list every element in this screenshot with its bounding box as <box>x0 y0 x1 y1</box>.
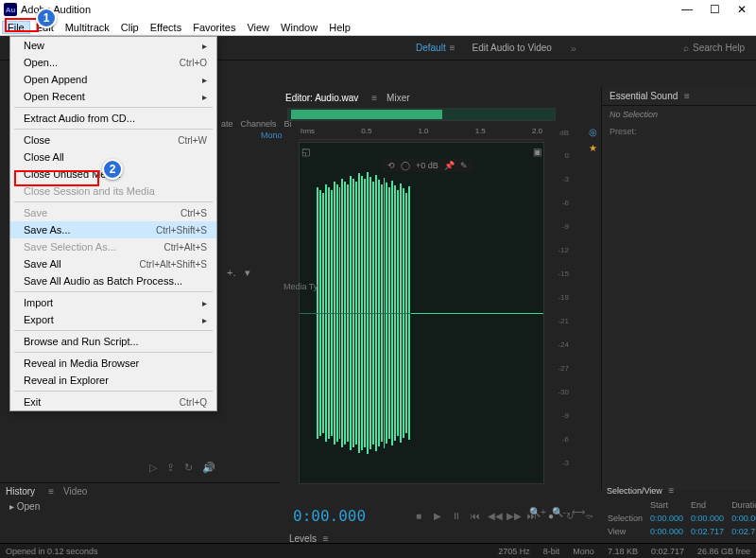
pin-icon[interactable]: 📌 <box>444 161 455 170</box>
snapshot-icon[interactable]: ▣ <box>533 147 541 157</box>
rate-label: ate <box>221 119 233 129</box>
menu-effects[interactable]: Effects <box>145 21 187 34</box>
status-left: Opened in 0.12 seconds <box>6 547 98 556</box>
workspace-default[interactable]: Default <box>416 43 446 53</box>
menu-item-extract-audio-from-cd[interactable]: Extract Audio from CD... <box>10 110 216 127</box>
menu-item-import[interactable]: Import▸ <box>10 294 216 311</box>
menu-help[interactable]: Help <box>323 21 356 34</box>
export-icon[interactable]: ⇪ <box>166 462 175 474</box>
view-end[interactable]: 0:02.717 <box>688 526 727 537</box>
sel-dur[interactable]: 0:00.000 <box>729 513 756 524</box>
workspace-more-icon[interactable]: » <box>571 43 576 54</box>
history-item-open[interactable]: ▸ Open <box>0 499 280 514</box>
essential-sound-menu-icon[interactable]: ≡ <box>684 91 690 101</box>
edit-icon[interactable]: ✎ <box>460 161 468 170</box>
editor-tabs: Editor: Audio.wav ≡ Mixer <box>280 89 416 106</box>
zoom-target-icon[interactable]: ◎ <box>589 127 597 137</box>
menu-shortcut: Ctrl+W <box>178 135 207 146</box>
menu-view[interactable]: View <box>241 21 275 34</box>
menu-item-open-recent[interactable]: Open Recent▸ <box>10 88 216 105</box>
menu-favorites[interactable]: Favorites <box>187 21 241 34</box>
no-selection-label: No Selection <box>602 106 756 123</box>
loop-icon[interactable]: ↻ <box>184 462 193 474</box>
time-ruler[interactable]: hms0.51.01.52.0 <box>299 127 544 140</box>
tab-history[interactable]: History <box>6 486 35 497</box>
submenu-arrow-icon: ▸ <box>202 92 207 102</box>
menu-item-label: Exit <box>24 396 41 408</box>
menu-item-label: Extract Audio from CD... <box>24 113 135 124</box>
menu-window[interactable]: Window <box>275 21 323 34</box>
zoom-full-icon[interactable]: ⟷ <box>572 507 585 517</box>
rewind-button[interactable]: ⏮ <box>469 511 482 521</box>
menu-clip[interactable]: Clip <box>115 21 145 34</box>
star-icon[interactable]: ★ <box>589 143 597 153</box>
add-icon[interactable]: +. <box>227 267 235 279</box>
overview-waveform <box>291 110 442 119</box>
menu-item-open-append[interactable]: Open Append▸ <box>10 71 216 88</box>
status-bit-depth: 8-bit <box>543 547 560 556</box>
workspace-edit-video[interactable]: Edit Audio to Video <box>472 43 552 53</box>
menu-item-exit[interactable]: ExitCtrl+Q <box>10 393 216 410</box>
menu-item-reveal-in-explorer[interactable]: Reveal in Explorer <box>10 372 216 389</box>
search-placeholder: Search Help <box>693 43 745 53</box>
menu-item-close[interactable]: CloseCtrl+W <box>10 131 216 148</box>
annotation-rect-file <box>5 18 39 32</box>
selection-view-panel: Selection/View ≡ Start End Duration Sele… <box>603 483 752 539</box>
pan-icon[interactable]: ⟲ <box>387 161 395 170</box>
db-mark: -24 <box>558 340 569 349</box>
zoom-out-icon[interactable]: 🔍- <box>552 507 566 517</box>
menu-bar: FileEditMultitrackClipEffectsFavoritesVi… <box>0 19 756 36</box>
essential-sound-panel: Essential Sound ≡ No Selection Preset: <box>601 87 756 490</box>
fwd-button[interactable]: ▶▶ <box>507 511 520 521</box>
menu-item-save-as[interactable]: Save As...Ctrl+Shift+S <box>10 221 216 238</box>
zoom-in-icon[interactable]: 🔍+ <box>529 507 546 517</box>
tab-editor[interactable]: Editor: Audio.wav <box>280 91 364 105</box>
tab-mixer[interactable]: Mixer <box>381 91 415 105</box>
minimize-button[interactable]: — <box>681 3 693 16</box>
tab-video[interactable]: Video <box>63 486 87 497</box>
menu-item-save-all-audio-as-batch-process[interactable]: Save All Audio as Batch Process... <box>10 272 216 289</box>
back-button[interactable]: ◀◀ <box>488 511 501 521</box>
menu-item-new[interactable]: New▸ <box>10 37 216 54</box>
submenu-arrow-icon: ▸ <box>202 315 207 325</box>
menu-item-open[interactable]: Open...Ctrl+O <box>10 54 216 71</box>
filter-icon[interactable]: ▾ <box>245 267 250 279</box>
selection-view-menu-icon[interactable]: ≡ <box>668 485 674 496</box>
stop-button[interactable]: ■ <box>412 511 425 521</box>
editor-tab-menu-icon[interactable]: ≡ <box>371 93 377 103</box>
status-duration: 0:02.717 <box>651 547 684 556</box>
waveform-canvas[interactable]: ◱ ▣ <box>299 142 544 484</box>
submenu-arrow-icon: ▸ <box>202 298 207 308</box>
channels-label: Channels <box>241 119 277 129</box>
speaker-icon[interactable]: 🔊 <box>202 462 215 474</box>
maximize-button[interactable]: ☐ <box>710 3 720 16</box>
edit-tool-icon[interactable]: ◱ <box>301 147 310 157</box>
pause-button[interactable]: ⏸ <box>450 511 463 521</box>
menu-shortcut: Ctrl+Alt+Shift+S <box>140 259 207 270</box>
play-button[interactable]: ▶ <box>431 511 444 521</box>
gain-knob-icon[interactable]: ◯ <box>401 161 410 170</box>
sel-end[interactable]: 0:00.000 <box>688 513 727 524</box>
search-help[interactable]: ⌕ Search Help <box>683 43 745 53</box>
view-dur[interactable]: 0:02.717 <box>729 526 756 537</box>
history-menu-icon[interactable]: ≡ <box>48 486 54 497</box>
workspace-menu-icon[interactable]: ≡ <box>450 43 455 53</box>
menu-item-save-all[interactable]: Save AllCtrl+Alt+Shift+S <box>10 255 216 272</box>
menu-item-browse-and-run-script[interactable]: Browse and Run Script... <box>10 333 216 350</box>
menu-separator <box>14 107 213 108</box>
hud-toolbar: ⟲ ◯ +0 dB 📌 ✎ <box>382 159 473 172</box>
menu-item-label: Save All Audio as Batch Process... <box>24 275 182 287</box>
play-icon[interactable]: ▷ <box>149 462 157 474</box>
menu-item-export[interactable]: Export▸ <box>10 311 216 328</box>
close-button[interactable]: ✕ <box>737 3 747 16</box>
db-mark: -15 <box>558 270 569 278</box>
search-icon: ⌕ <box>683 43 689 53</box>
view-tools: ◎ ★ <box>589 127 597 153</box>
menu-item-label: Close All <box>24 151 64 163</box>
view-start[interactable]: 0:00.000 <box>647 526 686 537</box>
menu-separator <box>14 201 213 202</box>
menu-multitrack[interactable]: Multitrack <box>60 21 115 34</box>
menu-item-reveal-in-media-browser[interactable]: Reveal in Media Browser <box>10 355 216 372</box>
sel-start[interactable]: 0:00.000 <box>647 513 686 524</box>
menu-shortcut: Ctrl+O <box>180 58 207 68</box>
